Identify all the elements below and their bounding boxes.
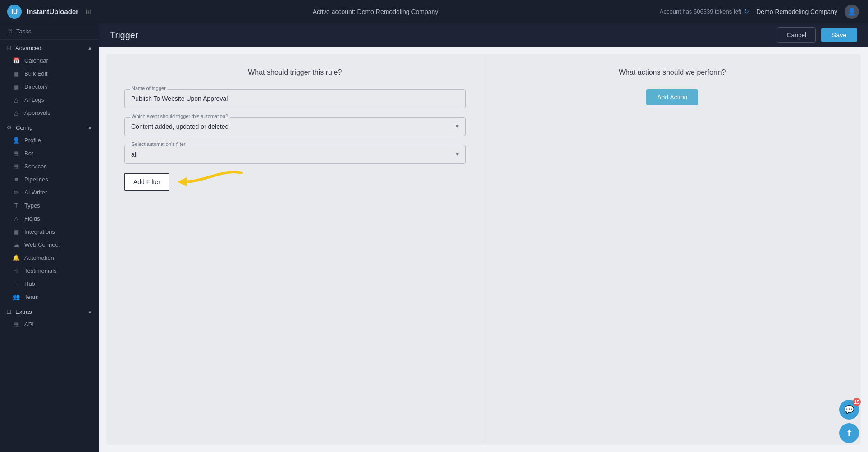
calendar-label: Calendar bbox=[24, 57, 48, 64]
team-icon: 👥 bbox=[13, 294, 20, 300]
sub-header: Trigger Cancel Save bbox=[99, 23, 868, 47]
web-connect-icon: ☁ bbox=[13, 241, 20, 248]
sidebar-item-integrations[interactable]: ▦ Integrations bbox=[0, 225, 99, 238]
tasks-icon: ☑ bbox=[7, 28, 13, 35]
directory-label: Directory bbox=[24, 83, 48, 90]
filter-group: Select automation's filter all ▼ bbox=[124, 145, 466, 164]
sidebar-section-config[interactable]: ⚙ Config ▲ bbox=[0, 119, 99, 134]
sidebar-item-approvals[interactable]: △ Approvals bbox=[0, 106, 99, 119]
sidebar-item-ai-writer[interactable]: ✏ AI Writer bbox=[0, 186, 99, 199]
sidebar-item-fields[interactable]: △ Fields bbox=[0, 212, 99, 225]
chat-button[interactable]: 💬 15 bbox=[839, 400, 859, 420]
save-button[interactable]: Save bbox=[821, 28, 857, 42]
team-label: Team bbox=[24, 294, 39, 300]
extras-icon: ⊞ bbox=[6, 308, 12, 315]
sidebar-item-ai-logs[interactable]: △ AI Logs bbox=[0, 93, 99, 106]
api-icon: ▦ bbox=[13, 321, 20, 328]
extras-chevron: ▲ bbox=[87, 309, 92, 314]
topbar: IU InstantUploader ⊞ Active account: Dem… bbox=[0, 0, 868, 23]
extras-items: ▦ API bbox=[0, 318, 99, 331]
approvals-label: Approvals bbox=[24, 109, 50, 116]
advanced-items: 📅 Calendar ▦ Bulk Edit ▦ Directory △ AI … bbox=[0, 54, 99, 119]
token-count: Account has 606339 tokens left bbox=[660, 8, 741, 15]
add-filter-button[interactable]: Add Filter bbox=[124, 173, 169, 191]
pin-icon: ⊞ bbox=[86, 8, 91, 15]
sidebar-item-bot[interactable]: ▦ Bot bbox=[0, 147, 99, 160]
event-select[interactable]: Content added, updated or deleted bbox=[124, 117, 466, 136]
config-icon: ⚙ bbox=[6, 124, 12, 131]
sidebar-item-web-connect[interactable]: ☁ Web Connect bbox=[0, 238, 99, 251]
profile-icon: 👤 bbox=[13, 137, 20, 144]
hub-icon: ≡ bbox=[13, 280, 20, 287]
bot-label: Bot bbox=[24, 150, 33, 157]
sidebar-item-pipelines[interactable]: ≡ Pipelines bbox=[0, 173, 99, 186]
filter-select[interactable]: all bbox=[124, 145, 466, 164]
fields-label: Fields bbox=[24, 215, 40, 222]
refresh-icon[interactable]: ↻ bbox=[744, 8, 749, 15]
active-account-label: Active account: Demo Remodeling Company bbox=[313, 8, 439, 15]
scroll-top-icon: ⬆ bbox=[846, 428, 853, 438]
services-icon: ▦ bbox=[13, 163, 20, 170]
extras-label: Extras bbox=[15, 308, 32, 315]
app-brand: InstantUploader bbox=[27, 8, 78, 15]
sidebar-item-profile[interactable]: 👤 Profile bbox=[0, 134, 99, 147]
sidebar-item-team[interactable]: 👥 Team bbox=[0, 290, 99, 303]
sidebar-item-types[interactable]: T Types bbox=[0, 199, 99, 212]
chat-badge: 15 bbox=[853, 398, 861, 406]
subheader-actions: Cancel Save bbox=[777, 27, 857, 43]
automation-label: Automation bbox=[24, 254, 54, 261]
pipelines-icon: ≡ bbox=[13, 176, 20, 183]
add-action-button[interactable]: Add Action bbox=[646, 89, 698, 105]
sidebar-item-testimonials[interactable]: ☆ Testimonials bbox=[0, 264, 99, 277]
sidebar-section-advanced[interactable]: ⊞ Advanced ▲ bbox=[0, 40, 99, 54]
chat-icon: 💬 bbox=[844, 405, 854, 415]
sidebar-item-automation[interactable]: 🔔 Automation bbox=[0, 251, 99, 264]
bulk-edit-label: Bulk Edit bbox=[24, 70, 47, 77]
content-area: Trigger Cancel Save What should trigger … bbox=[99, 23, 868, 452]
app-logo: IU bbox=[7, 5, 22, 19]
advanced-icon: ⊞ bbox=[6, 44, 12, 51]
config-label: Config bbox=[16, 124, 33, 131]
advanced-section-title: ⊞ Advanced bbox=[6, 44, 41, 51]
profile-label: Profile bbox=[24, 137, 41, 144]
sidebar-item-services[interactable]: ▦ Services bbox=[0, 160, 99, 173]
hub-label: Hub bbox=[24, 280, 35, 287]
right-heading: What actions should we perform? bbox=[502, 68, 843, 77]
filter-select-wrapper: all ▼ bbox=[124, 145, 466, 164]
avatar-icon: 👤 bbox=[847, 7, 856, 16]
svg-marker-0 bbox=[178, 177, 187, 186]
ai-writer-label: AI Writer bbox=[24, 189, 47, 196]
sidebar-item-directory[interactable]: ▦ Directory bbox=[0, 80, 99, 93]
main-layout: ☑ Tasks ⊞ Advanced ▲ 📅 Calendar ▦ Bulk E… bbox=[0, 23, 868, 452]
sidebar-item-calendar[interactable]: 📅 Calendar bbox=[0, 54, 99, 67]
sidebar-item-tasks[interactable]: ☑ Tasks bbox=[0, 23, 99, 40]
config-items: 👤 Profile ▦ Bot ▦ Services ≡ Pipelines ✏… bbox=[0, 134, 99, 303]
name-trigger-input[interactable] bbox=[124, 89, 466, 108]
integrations-icon: ▦ bbox=[13, 228, 20, 235]
types-icon: T bbox=[13, 202, 20, 209]
cancel-button[interactable]: Cancel bbox=[777, 27, 816, 43]
event-group: Which event should trigger this automati… bbox=[124, 117, 466, 136]
sidebar-item-api[interactable]: ▦ API bbox=[0, 318, 99, 331]
left-heading: What should trigger this rule? bbox=[124, 68, 466, 77]
ai-writer-icon: ✏ bbox=[13, 189, 20, 196]
name-trigger-group: Name of trigger bbox=[124, 89, 466, 108]
ai-logs-icon: △ bbox=[13, 96, 20, 103]
calendar-icon: 📅 bbox=[13, 57, 20, 64]
add-filter-container: Add Filter bbox=[124, 173, 169, 191]
integrations-label: Integrations bbox=[24, 228, 55, 235]
advanced-chevron: ▲ bbox=[87, 45, 92, 50]
types-label: Types bbox=[24, 202, 40, 209]
ai-logs-label: AI Logs bbox=[24, 96, 44, 103]
pipelines-label: Pipelines bbox=[24, 176, 48, 183]
testimonials-icon: ☆ bbox=[13, 267, 20, 274]
event-select-wrapper: Content added, updated or deleted ▼ bbox=[124, 117, 466, 136]
trigger-right-panel: What actions should we perform? Add Acti… bbox=[484, 54, 861, 445]
scroll-top-button[interactable]: ⬆ bbox=[839, 423, 859, 443]
sidebar-item-hub[interactable]: ≡ Hub bbox=[0, 277, 99, 290]
token-info: Account has 606339 tokens left ↻ bbox=[660, 8, 749, 15]
sidebar-section-extras[interactable]: ⊞ Extras ▲ bbox=[0, 303, 99, 318]
sidebar-item-bulk-edit[interactable]: ▦ Bulk Edit bbox=[0, 67, 99, 80]
avatar[interactable]: 👤 bbox=[845, 5, 859, 19]
testimonials-label: Testimonials bbox=[24, 267, 57, 274]
